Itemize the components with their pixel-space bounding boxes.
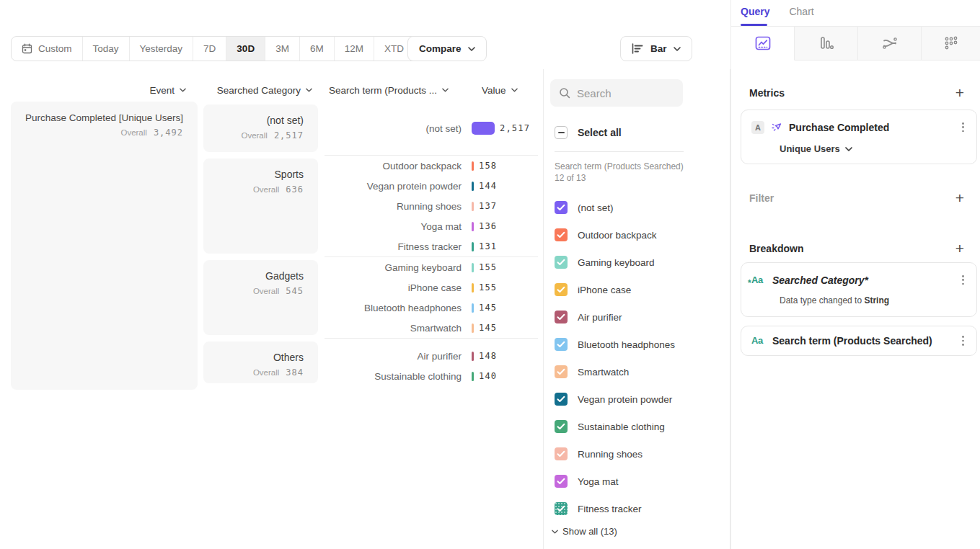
date-range-yesterday[interactable]: Yesterday bbox=[130, 37, 194, 61]
item-checkbox[interactable] bbox=[555, 447, 568, 460]
table-row[interactable]: Outdoor backpack158 bbox=[325, 156, 541, 176]
table-row[interactable]: Fitness tracker131 bbox=[325, 236, 541, 256]
breakdown-card-searched-category[interactable]: Aa* Searched Category* Data type changed… bbox=[741, 262, 977, 317]
overall-value: 636 bbox=[286, 184, 304, 195]
view-tab-flows[interactable] bbox=[858, 27, 922, 61]
item-checkbox[interactable] bbox=[555, 311, 568, 323]
value-bar[interactable] bbox=[472, 161, 474, 171]
tab-chart[interactable]: Chart bbox=[789, 6, 813, 17]
value-bar[interactable] bbox=[472, 263, 474, 272]
value-bar[interactable] bbox=[472, 372, 474, 381]
overall-label: Overall bbox=[253, 185, 279, 194]
item-checkbox[interactable] bbox=[555, 256, 568, 269]
search-input[interactable] bbox=[577, 87, 674, 99]
search-term-label: Yoga mat bbox=[325, 221, 462, 232]
value-bar[interactable] bbox=[472, 222, 474, 231]
date-range-3m[interactable]: 3M bbox=[265, 37, 300, 61]
filter-item--not-set-[interactable]: (not set) bbox=[555, 194, 675, 221]
search-box[interactable] bbox=[550, 79, 683, 107]
add-breakdown-icon[interactable]: + bbox=[955, 241, 964, 256]
item-checkbox[interactable] bbox=[555, 365, 568, 378]
select-all-row[interactable]: Select all bbox=[555, 126, 622, 139]
item-label: Bluetooth headphones bbox=[578, 339, 675, 350]
filter-item-vegan-protein-powder[interactable]: Vegan protein powder bbox=[555, 385, 675, 413]
value-bar[interactable] bbox=[472, 283, 474, 293]
tab-query[interactable]: Query bbox=[741, 6, 769, 17]
table-row[interactable]: Yoga mat136 bbox=[325, 216, 541, 236]
value-bar[interactable] bbox=[472, 202, 474, 211]
search-term-label: Vegan protein powder bbox=[325, 181, 462, 192]
table-row[interactable]: Smartwatch145 bbox=[325, 318, 541, 338]
filter-item-fitness-tracker[interactable]: Fitness tracker bbox=[555, 495, 675, 522]
item-checkbox[interactable] bbox=[555, 201, 568, 214]
item-checkbox[interactable] bbox=[555, 228, 568, 241]
filter-item-air-purifier[interactable]: Air purifier bbox=[555, 303, 675, 331]
add-filter-icon[interactable]: + bbox=[955, 190, 964, 205]
table-row[interactable]: Air purifier148 bbox=[325, 346, 541, 366]
item-label: Running shoes bbox=[578, 449, 643, 460]
item-checkbox[interactable] bbox=[555, 338, 568, 351]
value-bar[interactable] bbox=[472, 323, 474, 333]
header-label: Searched Category bbox=[217, 85, 301, 96]
chart-type-button[interactable]: Bar bbox=[620, 36, 692, 61]
column-header-event[interactable]: Event bbox=[10, 81, 186, 99]
filter-item-yoga-mat[interactable]: Yoga mat bbox=[555, 468, 675, 495]
date-range-label: Yesterday bbox=[140, 43, 183, 54]
value-bar[interactable] bbox=[472, 182, 474, 191]
filter-item-iphone-case[interactable]: iPhone case bbox=[555, 276, 675, 303]
date-range-7d[interactable]: 7D bbox=[193, 37, 226, 61]
filter-item-smartwatch[interactable]: Smartwatch bbox=[555, 358, 675, 385]
item-checkbox[interactable] bbox=[555, 475, 568, 488]
select-all-checkbox[interactable] bbox=[555, 126, 568, 139]
item-checkbox[interactable] bbox=[555, 502, 568, 515]
filter-item-gaming-keyboard[interactable]: Gaming keyboard bbox=[555, 249, 675, 276]
table-row[interactable]: Gaming keyboard155 bbox=[325, 257, 541, 277]
breakdown-kebab-menu-icon[interactable] bbox=[960, 334, 966, 347]
metric-kebab-menu-icon[interactable] bbox=[960, 120, 966, 134]
filter-item-outdoor-backpack[interactable]: Outdoor backpack bbox=[555, 221, 675, 249]
category-cell[interactable]: GadgetsOverall545 bbox=[203, 260, 318, 335]
metric-card[interactable]: A Purchase Completed Unique Users bbox=[741, 110, 977, 164]
value-bar[interactable] bbox=[472, 303, 474, 313]
category-cell[interactable]: (not set)Overall2,517 bbox=[203, 104, 318, 152]
date-range-30d[interactable]: 30D bbox=[226, 37, 265, 61]
view-tab-retention[interactable] bbox=[922, 27, 980, 61]
table-row[interactable]: (not set)2,517 bbox=[325, 118, 541, 138]
search-icon bbox=[559, 87, 570, 99]
category-overall: Overall384 bbox=[203, 367, 304, 378]
filter-item-running-shoes[interactable]: Running shoes bbox=[555, 440, 675, 468]
horizontal-bar-chart-icon bbox=[632, 43, 644, 54]
breakdown-card-search-term[interactable]: Aa Search term (Products Searched) bbox=[741, 326, 977, 356]
breakdown-kebab-menu-icon[interactable] bbox=[960, 273, 966, 287]
table-row[interactable]: Vegan protein powder144 bbox=[325, 176, 541, 196]
filter-header-row: Filter + bbox=[749, 190, 964, 205]
table-row[interactable]: Bluetooth headphones145 bbox=[325, 298, 541, 318]
date-range-today[interactable]: Today bbox=[83, 37, 130, 61]
filter-item-bluetooth-headphones[interactable]: Bluetooth headphones bbox=[555, 331, 675, 358]
filter-item-sustainable-clothing[interactable]: Sustainable clothing bbox=[555, 413, 675, 440]
item-checkbox[interactable] bbox=[555, 393, 568, 406]
compare-button[interactable]: Compare bbox=[407, 36, 487, 61]
column-header-search-term[interactable]: Search term (Products ... bbox=[329, 81, 449, 99]
table-row[interactable]: Running shoes137 bbox=[325, 196, 541, 216]
table-row[interactable]: Sustainable clothing140 bbox=[325, 366, 541, 386]
view-tab-insights[interactable] bbox=[731, 27, 795, 61]
show-all-button[interactable]: Show all (13) bbox=[552, 526, 617, 537]
value-bar[interactable] bbox=[472, 242, 474, 251]
add-metric-icon[interactable]: + bbox=[955, 85, 964, 100]
date-range-custom[interactable]: Custom bbox=[12, 37, 83, 61]
item-checkbox[interactable] bbox=[555, 420, 568, 433]
view-tab-funnels[interactable] bbox=[795, 27, 858, 61]
date-range-6m[interactable]: 6M bbox=[300, 37, 335, 61]
table-row[interactable]: iPhone case155 bbox=[325, 277, 541, 298]
item-checkbox[interactable] bbox=[555, 283, 568, 296]
measure-selector[interactable]: Unique Users bbox=[780, 143, 966, 154]
value-bar[interactable] bbox=[472, 122, 495, 135]
column-header-searched-category[interactable]: Searched Category bbox=[203, 81, 312, 99]
event-cell[interactable]: Purchase Completed [Unique Users] Overal… bbox=[11, 102, 198, 390]
date-range-12m[interactable]: 12M bbox=[335, 37, 374, 61]
category-cell[interactable]: SportsOverall636 bbox=[203, 159, 318, 254]
category-cell[interactable]: OthersOverall384 bbox=[203, 342, 318, 383]
column-header-value[interactable]: Value bbox=[482, 81, 518, 99]
value-bar[interactable] bbox=[472, 352, 474, 361]
